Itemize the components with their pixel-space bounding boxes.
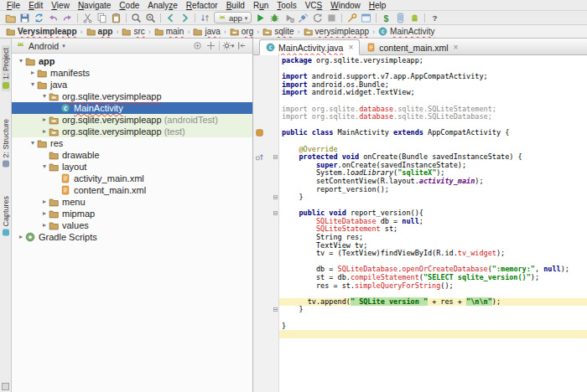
chevron-right-icon[interactable]: ▸ (40, 210, 49, 217)
menu-refactor[interactable]: Refactor (182, 1, 222, 10)
tree-item-app[interactable]: ▾app (12, 55, 252, 67)
code-line[interactable]: res = st.simpleQueryForString(); (253, 282, 587, 291)
redo-icon[interactable] (60, 11, 75, 24)
code-line[interactable]: report_version(); (253, 186, 587, 194)
fold-marker-icon[interactable] (273, 211, 278, 215)
open-icon[interactable] (3, 11, 18, 24)
tool-window-button-structure[interactable]: 2: Structure (2, 116, 10, 170)
tree-item-menu[interactable]: ▸menu (12, 196, 252, 208)
tree-item-mainactivity[interactable]: CMainActivity (12, 102, 252, 114)
stop-icon[interactable] (325, 11, 339, 24)
fold-marker-icon[interactable] (273, 195, 278, 199)
project-view-selector[interactable]: Android ▾ (16, 40, 190, 51)
tree-item-manifests[interactable]: ▸manifests (12, 67, 252, 79)
device-monitor-icon[interactable] (408, 11, 422, 24)
chevron-down-icon[interactable]: ▾ (40, 93, 49, 100)
code-line[interactable]: } (253, 193, 587, 202)
help-icon[interactable]: ? (428, 11, 442, 24)
fold-marker-icon[interactable] (273, 155, 278, 159)
code-line[interactable]: import org.sqlite.database.sqlite.SQLite… (253, 113, 587, 121)
project-structure-icon[interactable] (345, 11, 359, 24)
collapse-all-icon[interactable] (190, 39, 204, 53)
undo-icon[interactable] (46, 11, 60, 24)
chevron-right-icon[interactable]: ▸ (17, 234, 25, 240)
cut-icon[interactable] (81, 11, 95, 24)
menu-run[interactable]: Run (249, 1, 273, 10)
tree-item-res[interactable]: ▾res (12, 137, 252, 149)
avd-manager-icon[interactable] (393, 11, 408, 24)
code-line[interactable]: package org.sqlite.verysimpleapp; (253, 57, 587, 65)
code-line[interactable]: } (253, 322, 587, 331)
breadcrumb-item-main[interactable]: main (153, 27, 185, 36)
editor-tab-content-main-xml[interactable]: content_main.xml× (360, 39, 465, 55)
menu-analyze[interactable]: Analyze (143, 1, 182, 10)
save-icon[interactable] (18, 11, 32, 24)
sdk-manager-icon[interactable]: $ (379, 11, 393, 24)
attach-debugger-icon[interactable] (296, 11, 310, 24)
tree-item-content-main-xml[interactable]: content_main.xml (12, 184, 252, 196)
breadcrumb-item-src[interactable]: src (121, 27, 145, 36)
sync-icon[interactable] (32, 11, 46, 24)
breadcrumb-item-sqlite[interactable]: sqlite (262, 27, 294, 36)
tree-item-drawable[interactable]: drawable (12, 149, 252, 161)
menu-vcs[interactable]: VCS (301, 1, 327, 10)
fold-marker-icon[interactable] (273, 307, 278, 312)
coverage-icon[interactable] (282, 11, 296, 24)
menu-code[interactable]: Code (115, 1, 143, 10)
tree-item-layout[interactable]: ▾layout (12, 161, 252, 173)
code-line[interactable]: tv.append(" SQLite version " + res + "\n… (253, 298, 587, 307)
chevron-right-icon[interactable]: ▸ (40, 116, 49, 123)
tool-window-button-captures[interactable]: Captures (2, 193, 10, 239)
close-icon[interactable]: × (454, 43, 459, 52)
menu-help[interactable]: Help (365, 1, 391, 10)
run-configuration-select[interactable]: app▾ (214, 12, 252, 23)
tree-item-org-sqlite-verysimpleapp[interactable]: ▸org.sqlite.verysimpleapp(test) (12, 126, 252, 137)
breadcrumb-item-java[interactable]: java (192, 27, 221, 36)
chevron-down-icon[interactable]: ▾ (40, 163, 49, 170)
breadcrumb-item-app[interactable]: app (86, 27, 114, 36)
tree-item-org-sqlite-verysimpleapp[interactable]: ▸org.sqlite.verysimpleapp(androidTest) (12, 114, 252, 126)
chevron-right-icon[interactable]: ▸ (40, 128, 49, 135)
menu-window[interactable]: Window (326, 1, 365, 10)
code-line[interactable]: tv = (TextView)findViewById(R.id.tv_widg… (253, 250, 587, 258)
chevron-down-icon[interactable]: ▾ (29, 140, 37, 147)
close-icon[interactable]: × (348, 43, 353, 52)
tree-item-java[interactable]: ▾java (12, 79, 252, 90)
build-variants-icon[interactable] (359, 11, 373, 24)
settings-gear-icon[interactable]: ▾ (221, 39, 235, 53)
debug-icon[interactable] (268, 11, 282, 24)
code-line[interactable] (253, 314, 587, 322)
chevron-right-icon[interactable]: ▸ (29, 70, 37, 76)
code-line[interactable] (253, 330, 587, 338)
find-icon[interactable] (129, 11, 143, 24)
chevron-right-icon[interactable]: ▸ (40, 199, 49, 205)
menu-build[interactable]: Build (222, 1, 249, 10)
chevron-down-icon[interactable]: ▾ (29, 81, 37, 88)
tree-item-org-sqlite-verysimpleapp[interactable]: ▾org.sqlite.verysimpleapp (12, 90, 252, 102)
menu-view[interactable]: View (47, 1, 74, 10)
breadcrumb-item-verysimpleapp[interactable]: Verysimpleapp (5, 27, 78, 36)
chevron-right-icon[interactable]: ▸ (40, 222, 49, 229)
code-editor[interactable]: package org.sqlite.verysimpleapp;import … (253, 55, 587, 392)
scroll-from-source-icon[interactable] (204, 39, 217, 53)
editor-tab-mainactivity-java[interactable]: CMainActivity.java× (259, 39, 360, 55)
menu-tools[interactable]: Tools (273, 1, 300, 10)
tree-item-gradle-scripts[interactable]: ▸Gradle Scripts (12, 231, 252, 243)
restart-icon[interactable] (310, 11, 325, 24)
chevron-down-icon[interactable]: ▾ (17, 58, 25, 64)
back-icon[interactable] (164, 11, 178, 24)
breadcrumb-item-mainactivity[interactable]: CMainActivity (377, 27, 435, 36)
tree-item-values[interactable]: ▸values (12, 219, 252, 231)
code-line[interactable]: import android.widget.TextView; (253, 89, 587, 97)
code-line[interactable]: } (253, 306, 587, 314)
replace-icon[interactable]: a (143, 11, 158, 24)
sort-icon[interactable] (198, 11, 212, 24)
code-line[interactable]: public class MainActivity extends AppCom… (253, 129, 587, 137)
breadcrumb-item-org[interactable]: org (229, 27, 254, 36)
run-icon[interactable] (253, 11, 268, 24)
copy-icon[interactable] (95, 11, 109, 24)
menu-navigate[interactable]: Navigate (74, 1, 115, 10)
menu-edit[interactable]: Edit (24, 1, 47, 10)
paste-icon[interactable] (109, 11, 123, 24)
tool-window-button-project[interactable]: 1: Project (2, 45, 10, 91)
